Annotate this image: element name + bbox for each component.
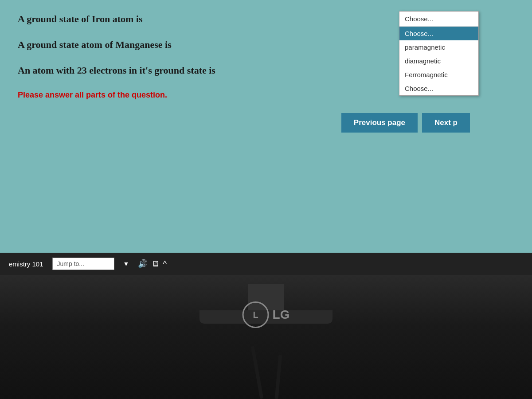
next-page-button[interactable]: Next p — [422, 113, 470, 133]
taskbar-icons: 🔊 🖥 ^ — [138, 259, 166, 269]
previous-page-button[interactable]: Previous page — [341, 113, 418, 133]
lg-circle-letter: L — [253, 310, 258, 320]
lg-circle-icon: L — [243, 301, 269, 328]
cable-2 — [275, 355, 282, 399]
lg-logo: L LG — [243, 301, 290, 328]
course-label: emistry 101 — [9, 260, 43, 268]
button-row: Previous page Next p — [18, 113, 514, 133]
taskbar: emistry 101 ▼ 🔊 🖥 ^ — [0, 253, 532, 275]
dropdown-header: Choose... — [399, 12, 478, 27]
question-row-1: A ground state of Iron atom is Choose...… — [18, 13, 514, 25]
jump-to-input[interactable] — [52, 258, 114, 270]
screen: A ground state of Iron atom is Choose...… — [0, 0, 532, 275]
monitor-bezel-bottom: L LG — [0, 275, 532, 399]
cable-1 — [251, 346, 264, 399]
question-text-1: A ground state of Iron atom is — [18, 13, 143, 25]
lg-brand-text: LG — [273, 308, 290, 322]
dropdown-option-choose2[interactable]: Choose... — [399, 82, 478, 95]
chevron-up-icon: ^ — [163, 259, 166, 269]
dropdown-option-ferromagnetic[interactable]: Ferromagnetic — [399, 68, 478, 82]
quiz-content: A ground state of Iron atom is Choose...… — [0, 0, 532, 275]
dropdown-arrow-icon: ▼ — [123, 260, 129, 267]
dropdown-option-choose1[interactable]: Choose... — [399, 27, 478, 40]
question-text-3: An atom with 23 electrons in it's ground… — [18, 65, 215, 76]
dropdown-option-diamagnetic[interactable]: diamagnetic — [399, 54, 478, 68]
question-text-2: A ground state atom of Manganese is — [18, 39, 172, 51]
dropdown-option-paramagnetic[interactable]: paramagnetic — [399, 40, 478, 54]
volume-icon: 🔊 — [138, 259, 148, 269]
monitor-icon: 🖥 — [151, 259, 159, 269]
monitor: A ground state of Iron atom is Choose...… — [0, 0, 532, 399]
dropdown-q1-open[interactable]: Choose... Choose... paramagnetic diamagn… — [399, 11, 479, 96]
